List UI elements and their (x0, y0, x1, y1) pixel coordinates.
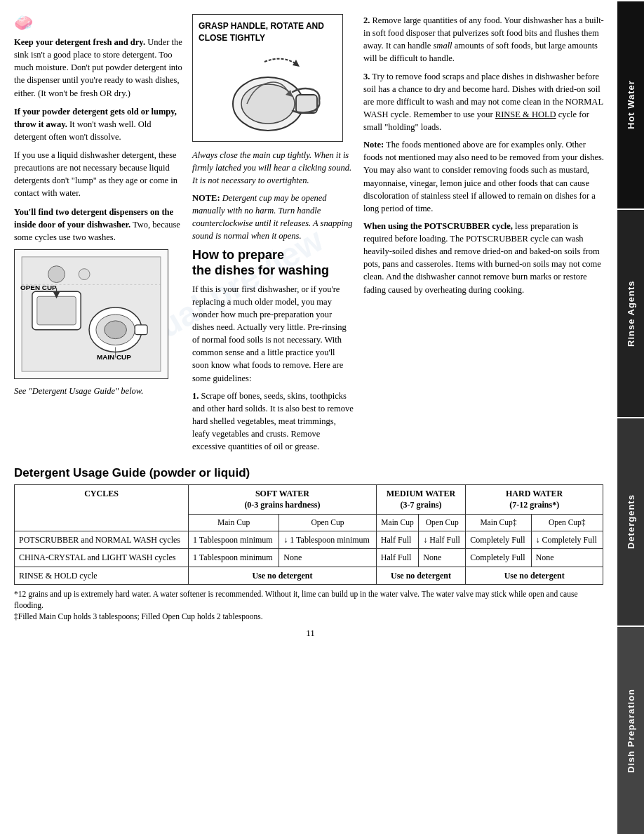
col-soft-water-header: SOFT WATER (0-3 grains hardness) (189, 485, 377, 514)
med-open-cup-col: Open Cup (419, 514, 466, 531)
soft-main-cup-col: Main Cup (189, 514, 279, 531)
hard-water-sub: (7-12 grains*) (509, 500, 559, 510)
step3-bold: 3. (363, 72, 370, 81)
hard-main-potscrubber: Completely Full (466, 531, 531, 549)
svg-point-14 (79, 269, 90, 280)
cycle-rinse-hold: RINSE & HOLD cycle (15, 567, 189, 584)
cup-diagram-box: OPEN CUP MAIN CUP (14, 249, 168, 379)
soft-open-china: None (279, 549, 376, 567)
para-potscrubber: When using the POTSCRUBBER cycle, less p… (363, 220, 607, 296)
para-close-tightly-em: Always close the main cup tightly. When … (192, 150, 351, 185)
how-to-heading: How to preparethe dishes for washing (192, 248, 354, 278)
soft-water-sub: (0-3 grains hardness) (244, 500, 320, 510)
usage-table: CYCLES SOFT WATER (0-3 grains hardness) … (14, 484, 603, 584)
para-two-dispensers: You'll find two detergent dispensers on … (14, 206, 182, 244)
main-content: manual preview 🧼 Keep your detergent fre… (0, 0, 617, 834)
medium-water-label: MEDIUM WATER (387, 489, 456, 498)
med-open-potscrubber: ↓ Half Full (419, 531, 466, 549)
med-main-potscrubber: Half Full (376, 531, 419, 549)
potscrubber-bold: When using the POTSCRUBBER cycle, (363, 221, 513, 231)
svg-rect-4 (135, 325, 147, 335)
para-keep-fresh-bold: Keep your detergent fresh and dry. (14, 37, 145, 47)
instruction-box: GRASP HANDLE, ROTATE AND CLOSE TIGHTLY (192, 14, 343, 142)
grasp-handle-text: GRASP HANDLE, ROTATE AND CLOSE TIGHTLY (199, 20, 337, 44)
rinse-hold-hard: Use no detergent (466, 567, 603, 584)
cycle-china-crystal: CHINA-CRYSTAL and LIGHT WASH cycles (15, 549, 189, 567)
footnote-2: ‡Filled Main Cup holds 3 tablespoons; Fi… (14, 611, 603, 622)
middle-column: GRASP HANDLE, ROTATE AND CLOSE TIGHTLY (192, 14, 354, 458)
para-step3: 3. Try to remove food scraps and place d… (363, 70, 607, 134)
rinse-hold-soft: Use no detergent (189, 567, 377, 584)
svg-text:MAIN CUP: MAIN CUP (97, 353, 131, 361)
sidebar-tab-detergents: Detergents (617, 417, 644, 626)
cup-image-area (205, 44, 331, 135)
step2-bold: 2. (363, 15, 370, 25)
step1-bold: 1. (192, 391, 199, 401)
para-first-dishwasher: If this is your first dishwasher, or if … (192, 283, 354, 385)
hard-open-china: None (531, 549, 603, 567)
sidebar-tab-detergents-label: Detergents (626, 495, 636, 550)
svg-text:OPEN CUP: OPEN CUP (20, 284, 57, 291)
small-em: small (434, 41, 452, 51)
med-open-china: None (419, 549, 466, 567)
diagram-caption: See "Detergent Usage Guide" below. (14, 385, 182, 397)
soft-open-cup-col: Open Cup (279, 514, 376, 531)
rinse-hold-med: Use no detergent (376, 567, 466, 584)
para-keep-fresh: Keep your detergent fresh and dry. Under… (14, 36, 182, 100)
table-header-row: CYCLES SOFT WATER (0-3 grains hardness) … (15, 485, 603, 514)
sidebar-tab-rinse-agents-label: Rinse Agents (626, 280, 636, 347)
usage-guide-title: Detergent Usage Guide (powder or liquid) (14, 466, 603, 480)
footnotes: *12 grains and up is extremely hard wate… (14, 588, 603, 622)
page-number: 11 (14, 628, 607, 639)
table-row-rinse-hold: RINSE & HOLD cycle Use no detergent Use … (15, 567, 603, 584)
left-column: 🧼 Keep your detergent fresh and dry. Und… (14, 14, 182, 458)
cycle-potscrubber: POTSCRUBBER and NORMAL WASH cycles (15, 531, 189, 549)
para-liquid: If you use a liquid dishwasher detergent… (14, 149, 182, 200)
three-column-layout: 🧼 Keep your detergent fresh and dry. Und… (14, 14, 607, 458)
right-sidebar: Hot Water Rinse Agents Detergents Dish P… (617, 0, 644, 834)
svg-point-3 (105, 321, 127, 339)
rinse-hold-text: RINSE & HOLD (495, 110, 556, 119)
footnote-1: *12 grains and up is extremely hard wate… (14, 588, 603, 611)
hard-main-cup-col: Main Cup‡ (466, 514, 531, 531)
cup-close-svg (205, 44, 331, 135)
sidebar-tab-hot-water-label: Hot Water (626, 81, 636, 130)
sidebar-tab-dish-prep: Dish Preparation (617, 626, 644, 834)
para-note-detergent: NOTE: Detergent cup may be opened manual… (192, 192, 354, 243)
sidebar-tab-dish-prep-label: Dish Preparation (626, 688, 636, 772)
hard-water-label: HARD WATER (506, 489, 563, 498)
sidebar-tab-hot-water: Hot Water (617, 0, 644, 208)
soft-water-label: SOFT WATER (255, 489, 309, 498)
para-old-lumpy: If your powder detergent gets old or lum… (14, 105, 182, 143)
para-two-dispensers-bold: You'll find two detergent dispensers on … (14, 207, 173, 230)
svg-rect-7 (37, 296, 76, 325)
med-main-china: Half Full (376, 549, 419, 567)
table-row-potscrubber: POTSCRUBBER and NORMAL WASH cycles 1 Tab… (15, 531, 603, 549)
info-icon: 🧼 (14, 14, 182, 32)
right-column: 2. Remove large quantities of any food. … (363, 14, 607, 458)
sidebar-tab-rinse-agents: Rinse Agents (617, 208, 644, 417)
para-note-foods: Note: The foods mentioned above are for … (363, 138, 607, 215)
note2-bold: Note: (363, 140, 384, 150)
hard-main-china: Completely Full (466, 549, 531, 567)
para-old-lumpy-bold: If your powder detergent gets old or lum… (14, 107, 177, 129)
col-medium-water-header: MEDIUM WATER (3-7 grains) (376, 485, 466, 514)
soft-open-potscrubber: ↓ 1 Tablespoon minimum (279, 531, 376, 549)
soft-main-potscrubber: 1 Tablespoon minimum (189, 531, 279, 549)
note-bold: NOTE: (192, 193, 220, 203)
para-step2: 2. Remove large quantities of any food. … (363, 14, 607, 65)
cup-diagram-svg: OPEN CUP MAIN CUP (15, 250, 168, 378)
soft-main-china: 1 Tablespoon minimum (189, 549, 279, 567)
med-main-cup-col: Main Cup (376, 514, 419, 531)
para-scrape-off: 1. Scrape off bones, seeds, skins, tooth… (192, 390, 354, 454)
table-row-china-crystal: CHINA-CRYSTAL and LIGHT WASH cycles 1 Ta… (15, 549, 603, 567)
usage-guide-section: Detergent Usage Guide (powder or liquid)… (14, 466, 603, 622)
col-cycles-header: CYCLES (15, 485, 189, 531)
col-hard-water-header: HARD WATER (7-12 grains*) (466, 485, 603, 514)
svg-point-13 (48, 266, 65, 283)
medium-water-sub: (3-7 grains) (401, 500, 442, 510)
hard-open-cup-col: Open Cup‡ (531, 514, 603, 531)
para-close-tightly: Always close the main cup tightly. When … (192, 149, 354, 187)
hard-open-potscrubber: ↓ Completely Full (531, 531, 603, 549)
